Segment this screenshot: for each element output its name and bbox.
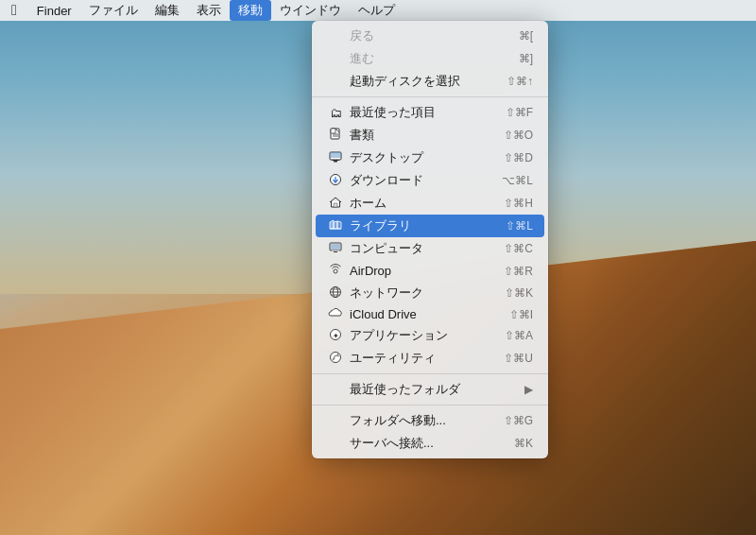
svg-rect-5	[332, 160, 339, 161]
menubar:  Finder ファイル 編集 表示 移動 ウインドウ ヘルプ	[0, 0, 756, 21]
view-menu[interactable]: 表示	[188, 0, 230, 21]
svg-rect-1	[331, 129, 335, 133]
menu-item-forward[interactable]: 進む ⌘]	[312, 47, 548, 70]
apple-menu[interactable]: 	[0, 0, 28, 21]
svg-point-13	[334, 269, 337, 273]
menu-item-applications[interactable]: ✦ アプリケーション ⇧⌘A	[312, 324, 548, 347]
network-icon	[327, 285, 344, 302]
menu-item-desktop[interactable]: デスクトップ ⇧⌘D	[312, 147, 548, 169]
go-menu[interactable]: 移動	[230, 0, 271, 21]
airdrop-icon	[327, 263, 344, 279]
file-menu[interactable]: ファイル	[80, 0, 146, 21]
svg-rect-4	[334, 161, 337, 163]
menu-item-utilities[interactable]: ユーティリティ ⇧⌘U	[312, 347, 548, 370]
menu-item-computer[interactable]: コンピュータ ⇧⌘C	[312, 237, 548, 260]
home-icon	[327, 196, 344, 212]
svg-rect-10	[331, 244, 340, 250]
separator-2	[312, 373, 548, 374]
menu-item-downloads[interactable]: ダウンロード ⌥⌘L	[312, 169, 548, 192]
svg-rect-7	[334, 203, 337, 207]
menu-item-library[interactable]: ライブラリ ⇧⌘L	[316, 215, 544, 237]
documents-icon	[327, 128, 344, 144]
edit-menu[interactable]: 編集	[146, 0, 188, 21]
desktop-icon	[327, 151, 344, 165]
menu-item-recent-folders[interactable]: 最近使ったフォルダ ▶	[312, 378, 548, 401]
go-dropdown-menu: 戻る ⌘[ 進む ⌘] 起動ディスクを選択 ⇧⌘↑ 🗂 最近使った項目 ⇧⌘F	[312, 21, 548, 458]
menu-item-back[interactable]: 戻る ⌘[	[312, 25, 548, 47]
menu-item-connect-server[interactable]: サーバへ接続... ⌘K	[312, 432, 548, 455]
svg-rect-11	[334, 251, 337, 252]
svg-point-22	[334, 357, 335, 359]
library-icon	[327, 218, 344, 234]
recent-items-icon: 🗂	[327, 106, 344, 120]
svg-text:✦: ✦	[333, 332, 339, 340]
applications-icon: ✦	[327, 328, 344, 344]
finder-menu[interactable]: Finder	[28, 0, 80, 21]
utilities-icon	[327, 351, 344, 367]
downloads-icon	[327, 173, 344, 189]
svg-point-21	[331, 352, 341, 362]
menu-item-network[interactable]: ネットワーク ⇧⌘K	[312, 282, 548, 304]
icloud-icon	[327, 307, 344, 321]
svg-rect-12	[332, 250, 339, 251]
apple-icon: 	[11, 2, 17, 19]
menu-item-documents[interactable]: 書類 ⇧⌘O	[312, 124, 548, 147]
window-menu[interactable]: ウインドウ	[271, 0, 350, 21]
menu-item-home[interactable]: ホーム ⇧⌘H	[312, 192, 548, 215]
separator-3	[312, 405, 548, 406]
menu-item-icloud[interactable]: iCloud Drive ⇧⌘I	[312, 304, 548, 324]
menu-item-recent-items[interactable]: 🗂 最近使った項目 ⇧⌘F	[312, 101, 548, 124]
help-menu[interactable]: ヘルプ	[350, 0, 404, 21]
separator-1	[312, 96, 548, 97]
menu-item-startup-disk[interactable]: 起動ディスクを選択 ⇧⌘↑	[312, 70, 548, 93]
computer-icon	[327, 242, 344, 256]
svg-rect-3	[330, 152, 341, 158]
menu-item-go-to-folder[interactable]: フォルダへ移動... ⇧⌘G	[312, 409, 548, 432]
menu-item-airdrop[interactable]: AirDrop ⇧⌘R	[312, 260, 548, 282]
